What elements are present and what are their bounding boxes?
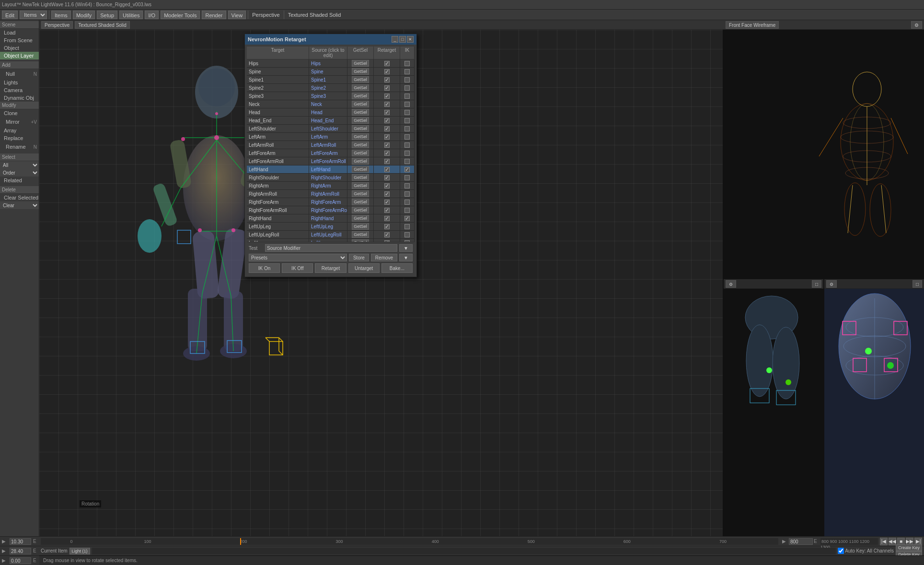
viewport-perspective-btn[interactable]: Perspective	[41, 21, 73, 29]
camera-button[interactable]: Camera	[0, 86, 39, 94]
row-source[interactable]: LeftUpLeg	[309, 223, 347, 230]
row-getsel[interactable]: GetSel	[347, 133, 374, 141]
replace-btn[interactable]: Replace	[0, 134, 39, 142]
row-getsel[interactable]: GetSel	[347, 182, 374, 189]
row-source[interactable]: LeftArmRoll	[309, 141, 347, 149]
delete-header[interactable]: Delete	[0, 186, 39, 194]
table-row[interactable]: Spine1 Spine1 GetSel	[247, 76, 415, 84]
row-getsel[interactable]: GetSel	[347, 190, 374, 198]
row-ik-cb[interactable]	[400, 59, 415, 67]
all-select[interactable]: All	[0, 161, 39, 169]
row-getsel[interactable]: GetSel	[347, 68, 374, 75]
bottom-left-label[interactable]: ⚙	[726, 280, 736, 288]
auto-key-checkbox[interactable]	[838, 548, 844, 554]
channel-timeline[interactable]	[92, 548, 836, 554]
table-row[interactable]: LeftLeg LeftLeg GetSel	[247, 239, 415, 242]
row-source[interactable]: LeftShoulder	[309, 125, 347, 132]
view-tab[interactable]: View	[228, 11, 246, 19]
related-button[interactable]: Related	[0, 177, 39, 184]
row-ik-cb[interactable]	[400, 117, 415, 124]
table-row[interactable]: LeftUpLegRoll LeftUpLegRoll GetSel	[247, 231, 415, 239]
play-back-btn[interactable]: ◀◀	[889, 538, 896, 545]
row-source[interactable]: Spine	[309, 68, 347, 75]
row-source[interactable]: RightHand	[309, 214, 347, 222]
table-row[interactable]: Spine Spine GetSel	[247, 68, 415, 76]
table-row[interactable]: Head_End Head_End GetSel	[247, 117, 415, 125]
row-ik-cb[interactable]	[400, 223, 415, 230]
right-top-label[interactable]: Front Face Wireframe	[726, 21, 779, 29]
row-retarget-cb[interactable]	[374, 174, 400, 181]
row-ik-cb[interactable]	[400, 239, 415, 242]
row-ik-cb[interactable]	[400, 190, 415, 198]
row-getsel[interactable]: GetSel	[347, 206, 374, 214]
row-retarget-cb[interactable]	[374, 214, 400, 222]
right-bottom-right-viewport[interactable]: ⚙ □	[823, 278, 924, 536]
modeler-tools-tab[interactable]: Modeler Tools	[161, 11, 200, 19]
modify-header[interactable]: Modify	[0, 102, 39, 109]
row-getsel[interactable]: GetSel	[347, 125, 374, 132]
ik-on-button[interactable]: IK On	[249, 263, 280, 273]
table-row[interactable]: LeftArmRoll LeftArmRoll GetSel	[247, 141, 415, 149]
table-row[interactable]: RightArm RightArm GetSel	[247, 182, 415, 190]
row-retarget-cb[interactable]	[374, 239, 400, 242]
render-tab[interactable]: Render	[202, 11, 226, 19]
prev-frame-btn[interactable]: |◀	[880, 538, 888, 545]
row-ik-cb[interactable]	[400, 68, 415, 75]
row-source[interactable]: LeftForeArmRoll	[309, 157, 347, 165]
row-getsel[interactable]: GetSel	[347, 174, 374, 181]
row-retarget-cb[interactable]	[374, 125, 400, 132]
bottom-left-options[interactable]: □	[812, 280, 821, 288]
row-retarget-cb[interactable]	[374, 133, 400, 141]
table-row[interactable]: LeftForeArmRoll LeftForeArmRoll GetSel	[247, 157, 415, 165]
row-getsel[interactable]: GetSel	[347, 223, 374, 230]
scene-header[interactable]: Scene	[0, 21, 39, 29]
dialog-restore-btn[interactable]: □	[399, 36, 406, 43]
row-ik-cb[interactable]	[400, 165, 415, 173]
table-row[interactable]: LeftArm LeftArm GetSel	[247, 133, 415, 141]
row-source[interactable]: RightForeArm	[309, 198, 347, 206]
row-source[interactable]: Spine1	[309, 76, 347, 83]
select-header[interactable]: Select	[0, 153, 39, 161]
clear-selected-button[interactable]: Clear Selected	[0, 194, 39, 201]
timeline-ruler[interactable]: 0 100 200 300 400 500 600 700	[41, 538, 778, 545]
row-retarget-cb[interactable]	[374, 149, 400, 157]
row-getsel[interactable]: GetSel	[347, 149, 374, 157]
row-ik-cb[interactable]	[400, 206, 415, 214]
io-tab[interactable]: I/O	[145, 11, 159, 19]
mirror-button[interactable]: Mirror	[2, 118, 31, 126]
row-retarget-cb[interactable]	[374, 165, 400, 173]
row-retarget-cb[interactable]	[374, 206, 400, 214]
row-source[interactable]: Head	[309, 108, 347, 116]
add-header[interactable]: Add	[0, 61, 39, 69]
row-source[interactable]: LeftHand	[309, 165, 347, 173]
table-row[interactable]: LeftHand LeftHand GetSel	[247, 165, 415, 174]
row-source[interactable]: LeftUpLegRoll	[309, 231, 347, 238]
row-source[interactable]: RightShoulder	[309, 174, 347, 181]
row-source[interactable]: RightForeArmRoll	[309, 206, 347, 214]
source-modifier-input[interactable]	[265, 244, 397, 252]
lights-button[interactable]: Lights	[0, 79, 39, 86]
row-retarget-cb[interactable]	[374, 231, 400, 238]
clear-select[interactable]: Clear	[0, 201, 39, 209]
row-retarget-cb[interactable]	[374, 84, 400, 92]
row-getsel[interactable]: GetSel	[347, 76, 374, 83]
load-button[interactable]: Load	[0, 29, 39, 36]
create-key-btn[interactable]: Create Key	[896, 544, 922, 551]
table-row[interactable]: Hips Hips GetSel	[247, 59, 415, 68]
table-row[interactable]: Spine3 Spine3 GetSel	[247, 92, 415, 100]
presets-select[interactable]: Presets	[249, 254, 347, 261]
row-source[interactable]: Spine3	[309, 92, 347, 100]
table-row[interactable]: Neck Neck GetSel	[247, 100, 415, 108]
table-row[interactable]: LeftUpLeg LeftUpLeg GetSel	[247, 223, 415, 231]
bottom-right-options[interactable]: □	[912, 280, 922, 288]
table-row[interactable]: RightArmRoll RightArmRoll GetSel	[247, 190, 415, 198]
clone-button[interactable]: Clone	[0, 109, 39, 117]
items-tab[interactable]: Items	[51, 11, 71, 19]
row-ik-cb[interactable]	[400, 108, 415, 116]
row-getsel[interactable]: GetSel	[347, 198, 374, 206]
row-retarget-cb[interactable]	[374, 117, 400, 124]
table-row[interactable]: Spine2 Spine2 GetSel	[247, 84, 415, 92]
row-getsel[interactable]: GetSel	[347, 92, 374, 100]
row-ik-cb[interactable]	[400, 100, 415, 108]
row-ik-cb[interactable]	[400, 182, 415, 189]
